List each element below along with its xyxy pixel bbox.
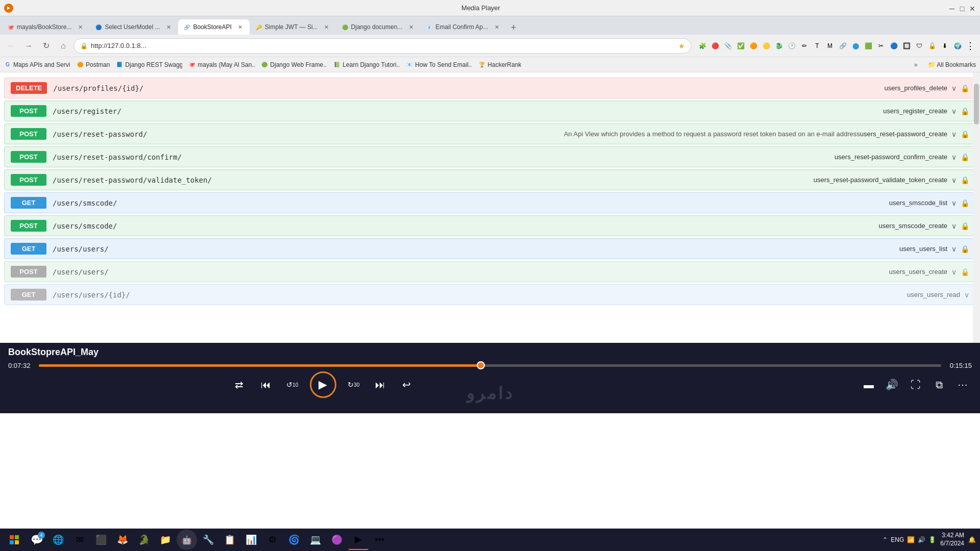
- ext-icon-18[interactable]: 🛡: [914, 40, 925, 52]
- ext-icon-16[interactable]: 🔵: [888, 40, 899, 52]
- bookmark-django-rest[interactable]: 📘 Django REST Swagg...: [116, 61, 182, 68]
- maximize-button[interactable]: □: [959, 5, 966, 12]
- api-row-post-validate[interactable]: POST /users/reset-password/validate_toke…: [4, 169, 976, 190]
- taskbar-app-more[interactable]: •••: [370, 530, 390, 550]
- bookmark-learn-django[interactable]: 📗 Learn Django Tutori...: [333, 61, 400, 68]
- taskbar-app-firefox[interactable]: 🦊: [112, 530, 133, 550]
- api-row-post-register[interactable]: POST /users/register/ users_register_cre…: [4, 101, 976, 121]
- tab-close-bookstore[interactable]: ✕: [236, 23, 244, 31]
- bookmark-mayals[interactable]: 🐙 mayals (May Al San...: [188, 61, 255, 68]
- progress-bar[interactable]: [39, 364, 941, 367]
- api-row-get-users[interactable]: GET /users/users/ users_users_list ∨ 🔒: [4, 238, 976, 259]
- taskbar-app-whatsapp[interactable]: 💬 4: [27, 530, 47, 550]
- bookmark-all[interactable]: 📁 All Bookmarks: [928, 61, 976, 68]
- tab-email-confirm[interactable]: 📧 Email Confirm Ap... ✕: [421, 19, 506, 35]
- tab-close-github[interactable]: ✕: [76, 23, 84, 31]
- api-row-get-users-id[interactable]: GET /users/users/{id}/ users_users_read …: [4, 284, 976, 305]
- bookmark-maps[interactable]: G Maps APIs and Servi...: [4, 61, 70, 68]
- minimize-button[interactable]: ─: [948, 5, 955, 12]
- address-bar[interactable]: 🔒 http://127.0.0.1:8... ★: [74, 38, 692, 54]
- ext-icon-7[interactable]: 🐉: [773, 40, 785, 52]
- bookmark-hackerrank[interactable]: 🏆 HackerRank: [478, 61, 521, 68]
- next-button[interactable]: ⏭: [371, 375, 389, 394]
- tab-close-django[interactable]: ✕: [407, 23, 415, 31]
- more-options-button[interactable]: ⋯: [953, 375, 972, 394]
- reload-button[interactable]: ↻: [39, 39, 53, 53]
- tab-bookstore-api[interactable]: 🔗 BookStoreAPI ✕: [178, 19, 249, 35]
- start-button[interactable]: [4, 531, 24, 549]
- taskbar-app-files[interactable]: 📁: [155, 530, 176, 550]
- back-button[interactable]: ←: [4, 39, 18, 53]
- ext-icon-12[interactable]: 🔗: [837, 40, 848, 52]
- close-button[interactable]: ✕: [969, 5, 976, 12]
- api-row-post-reset-password[interactable]: POST /users/reset-password/ An Api View …: [4, 123, 976, 144]
- taskbar-app-mail[interactable]: ✉: [69, 530, 90, 550]
- taskbar-app-ai[interactable]: 🤖: [177, 530, 197, 550]
- shuffle-button[interactable]: ⇄: [230, 375, 249, 394]
- taskbar-app-spreadsheet[interactable]: 📊: [241, 530, 261, 550]
- volume-button[interactable]: 🔊: [883, 375, 901, 394]
- ext-icon-15[interactable]: ✂: [875, 40, 887, 52]
- bookmarks-more[interactable]: »: [914, 61, 918, 68]
- volume-sys-icon[interactable]: 🔊: [918, 536, 925, 543]
- subtitles-button[interactable]: ▬: [860, 375, 878, 394]
- taskbar-app-dev[interactable]: 💻: [305, 530, 326, 550]
- taskbar-app-mediaplayer[interactable]: ▶: [348, 530, 369, 550]
- tab-select-user[interactable]: 🔵 Select UserModel ... ✕: [90, 19, 178, 35]
- ext-icon-1[interactable]: 🧩: [697, 40, 708, 52]
- taskbar-app-settings[interactable]: ⚙: [262, 530, 283, 550]
- bookmark-postman[interactable]: 🟠 Postman: [77, 61, 110, 68]
- taskbar-app-croc[interactable]: 🐊: [134, 530, 154, 550]
- miniplayer-button[interactable]: ⧉: [930, 375, 948, 394]
- tab-close-jwt[interactable]: ✕: [323, 23, 331, 31]
- wifi-icon[interactable]: 📶: [907, 536, 915, 543]
- tab-simple-jwt[interactable]: 🔑 Simple JWT — Si... ✕: [250, 19, 336, 35]
- home-button[interactable]: ⌂: [56, 39, 70, 53]
- api-row-post-smscode[interactable]: POST /users/smscode/ users_smscode_creat…: [4, 215, 976, 236]
- scrollbar-thumb[interactable]: [974, 84, 979, 124]
- ext-icon-10[interactable]: T: [812, 40, 823, 52]
- ext-icon-14[interactable]: 🟩: [863, 40, 874, 52]
- taskbar-app-terminal[interactable]: ⬛: [91, 530, 111, 550]
- tab-close-select[interactable]: ✕: [164, 23, 173, 31]
- progress-thumb[interactable]: [477, 361, 485, 369]
- ext-icon-13[interactable]: ⬤: [850, 40, 861, 52]
- api-row-get-smscode[interactable]: GET /users/smscode/ users_smscode_list ∨…: [4, 192, 976, 213]
- api-row-post-users[interactable]: POST /users/users/ users_users_create ∨ …: [4, 261, 976, 282]
- play-pause-button[interactable]: ▶: [310, 371, 336, 398]
- api-row-post-reset-confirm[interactable]: POST /users/reset-password/confirm/ user…: [4, 146, 976, 167]
- bookmark-django-web[interactable]: 🟢 Django Web Frame...: [261, 61, 327, 68]
- tab-django-docs[interactable]: 🟢 Django documen... ✕: [336, 19, 421, 35]
- ext-icon-8[interactable]: 🕐: [786, 40, 797, 52]
- sys-time[interactable]: 3:42 AM 6/7/2024: [940, 532, 964, 547]
- ext-icon-4[interactable]: ✅: [735, 40, 746, 52]
- taskbar-app-chrome[interactable]: 🌐: [48, 530, 68, 550]
- new-tab-button[interactable]: +: [506, 20, 521, 35]
- chevron-up-icon[interactable]: ⌃: [883, 536, 888, 543]
- fullscreen-button[interactable]: ⛶: [906, 375, 925, 394]
- taskbar-app-pycharm[interactable]: 🔧: [198, 530, 218, 550]
- api-row-delete-profiles[interactable]: DELETE /users/profiles/{id}/ users_profi…: [4, 78, 976, 98]
- ext-icon-19[interactable]: 🔓: [926, 40, 938, 52]
- tab-close-email[interactable]: ✕: [493, 23, 501, 31]
- browser-menu[interactable]: ⋮: [965, 40, 976, 52]
- taskbar-app-browser2[interactable]: 🌀: [284, 530, 304, 550]
- tab-github[interactable]: 🐙 mayals/BookStore... ✕: [2, 19, 89, 35]
- ext-icon-21[interactable]: 🌍: [952, 40, 963, 52]
- bookmark-send-email[interactable]: 📧 How To Send Email...: [406, 61, 472, 68]
- ext-icon-11[interactable]: M: [824, 40, 836, 52]
- prev-button[interactable]: ⏮: [257, 375, 275, 394]
- forward-button[interactable]: →: [21, 39, 36, 53]
- forward-30-button[interactable]: ↻30: [345, 375, 363, 394]
- ext-icon-2[interactable]: 🔴: [709, 40, 721, 52]
- repeat-button[interactable]: ↩: [398, 375, 416, 394]
- taskbar-app-todo[interactable]: 📋: [219, 530, 240, 550]
- ext-icon-9[interactable]: ✏: [799, 40, 810, 52]
- ext-icon-5[interactable]: 🟠: [748, 40, 759, 52]
- ext-icon-3[interactable]: 📎: [722, 40, 733, 52]
- notification-bell[interactable]: 🔔: [968, 536, 976, 543]
- ext-icon-17[interactable]: 🔲: [901, 40, 912, 52]
- rewind-10-button[interactable]: ↺10: [283, 375, 302, 394]
- taskbar-app-obsidian[interactable]: 🟣: [327, 530, 347, 550]
- scrollbar[interactable]: [973, 72, 980, 343]
